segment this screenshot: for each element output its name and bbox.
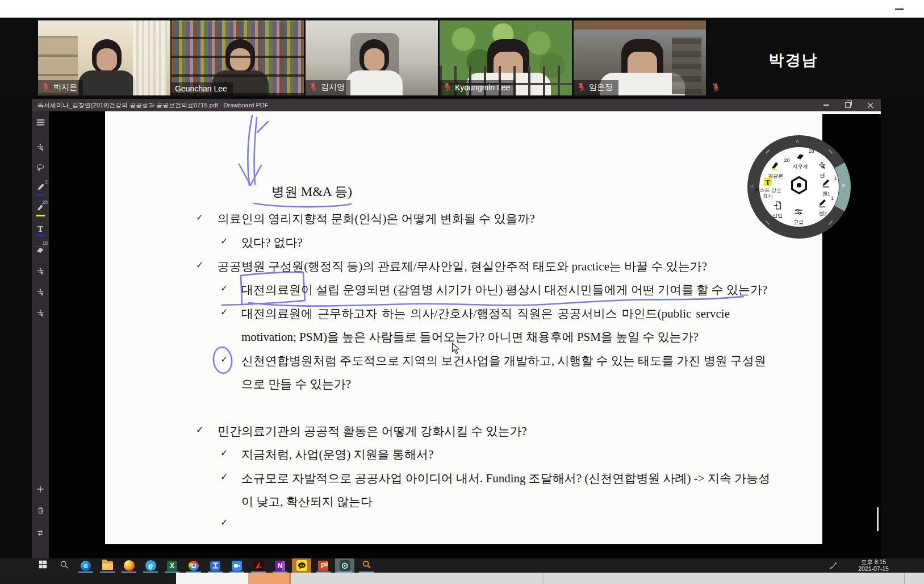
clock[interactable]: 오후 8:15 2021-07-15 [842, 559, 905, 572]
doc-heading: 병원 M&A 등) [271, 183, 352, 201]
radial-item-pan[interactable]: 팬 [818, 161, 827, 178]
highlighter-tool-icon[interactable]: 20 [32, 201, 49, 218]
bottom-band [248, 573, 291, 584]
participant-name: Kyoungmin Lee [455, 83, 510, 92]
text-highlight-icon: T [753, 177, 783, 187]
taskbar-chrome-icon[interactable] [184, 558, 203, 573]
text-highlight-glyph: T [764, 178, 772, 186]
silhouette-face [494, 52, 523, 84]
doc-line-text: 지금처럼, 사업(운영) 지원을 통해서? [241, 447, 433, 462]
ink-wavy-underline [249, 297, 743, 306]
radial-item-insert[interactable]: 삽입 [772, 201, 783, 219]
radial-item-advanced[interactable]: 고급 [793, 207, 804, 225]
windows-ink-pen-icon[interactable] [829, 561, 838, 572]
ink-heading-underline [254, 203, 351, 207]
taskbar-kakaotalk-icon[interactable]: TALK [292, 558, 311, 573]
bottom-band-divider [904, 573, 905, 584]
delete-icon[interactable] [32, 503, 49, 520]
eraser-icon: 18 [793, 152, 808, 163]
checkmark-bullet: ✓ [220, 448, 228, 458]
pan-tool-icon[interactable] [32, 306, 49, 323]
checkmark-bullet: ✓ [220, 517, 228, 528]
participant-video-tile[interactable]: Geunchan Lee [172, 20, 304, 95]
radial-center-hexagon-icon[interactable] [788, 174, 810, 198]
minimize-icon[interactable] [895, 9, 904, 10]
mic-muted-icon [712, 82, 720, 92]
taskbar-zoom-icon[interactable] [227, 558, 246, 573]
radial-item-pen[interactable]: 1펜2 [818, 199, 827, 216]
tool-count-badge: 1 [834, 176, 837, 181]
silhouette-face [364, 48, 384, 71]
pen-icon: 1 [822, 179, 831, 190]
taskbar-internet-explorer-icon[interactable]: e [141, 558, 160, 573]
tool-count-badge: 1 [831, 195, 834, 201]
mic-muted-icon [712, 82, 720, 94]
participant-video-tile[interactable]: 임은정 [574, 20, 706, 95]
doc-line: ✓의료인의 영리지향적 문화(인식)은 어떻게 변화될 수 있을까? [105, 211, 822, 227]
taskbar-search-icon[interactable] [55, 558, 74, 573]
radial-item-label: 텍스트 강조 표시 [753, 187, 783, 199]
text-tool-icon[interactable]: T [32, 222, 49, 239]
bottom-band-divider [542, 573, 543, 584]
checkmark-bullet: ✓ [220, 236, 228, 247]
close-icon [867, 102, 873, 109]
radial-item-pen[interactable]: 1펜1 [822, 179, 831, 197]
taskbar-acrobat-icon[interactable] [249, 558, 268, 573]
lasso-tool-icon[interactable] [32, 160, 49, 177]
menu-icon[interactable] [32, 115, 49, 132]
tool-count-badge: 20 [784, 157, 789, 163]
chevron-right-icon[interactable]: > [842, 182, 845, 188]
add-page-icon[interactable] [32, 482, 49, 499]
ink-arrow-stroke [248, 115, 252, 185]
close-button[interactable] [862, 99, 879, 111]
radial-item-eraser[interactable]: 18지우개 [793, 152, 808, 169]
checkmark-bullet: ✓ [220, 283, 228, 294]
pdf-page[interactable]: 병원 M&A 등) ✓의료인의 영리지향적 문화(인식)은 어떻게 변화될 수 … [105, 111, 822, 544]
pdf-window-titlebar[interactable]: 독서세미나_김창엽(2019)건강의 공공성과 공공보건의료0715.pdf -… [32, 99, 881, 111]
taskbar-edge-icon[interactable]: e [76, 558, 95, 573]
taskbar-drawboard-pdf-icon[interactable] [335, 558, 354, 573]
minimize-button[interactable] [818, 99, 835, 111]
participant-video-tile[interactable]: Kyoungmin Lee [440, 20, 572, 95]
pan-tool-icon[interactable] [32, 140, 49, 157]
taskbar-firefox-icon[interactable] [119, 558, 139, 573]
eraser-tool-icon[interactable]: 18 [32, 242, 49, 259]
swap-icon[interactable] [32, 525, 49, 543]
doc-line-text: 으로 만들 수 있는가? [241, 376, 351, 392]
taskbar-search-orange-icon[interactable] [357, 558, 376, 573]
pen-tool-icon[interactable]: 2 [32, 181, 49, 198]
taskbar-start-icon[interactable] [33, 558, 52, 573]
chevron-up-icon[interactable]: ∧ [795, 138, 800, 144]
checkmark-bullet: ✓ [196, 424, 203, 435]
mic-muted-icon [577, 82, 586, 91]
tool-color-underline [36, 215, 45, 216]
zoom-top-bar [0, 0, 924, 18]
participant-silhouette [345, 39, 404, 95]
mic-muted-icon [41, 82, 50, 91]
taskbar-file-explorer-icon[interactable] [98, 558, 117, 573]
pdf-window-title: 독서세미나_김창엽(2019)건강의 공공성과 공공보건의료0715.pdf -… [37, 101, 268, 110]
scrollbar-thumb[interactable] [877, 507, 879, 531]
checkmark-bullet: ✓ [220, 307, 228, 318]
pan-tool-icon[interactable] [32, 264, 49, 281]
participant-video-tile[interactable]: 김지영 [306, 20, 438, 95]
taskbar-hancom-hwp-icon[interactable] [206, 558, 225, 573]
pan-tool-icon[interactable] [32, 285, 49, 302]
taskbar-powerpoint-icon[interactable]: P [313, 558, 333, 573]
minimize-icon [823, 105, 829, 106]
ink-arrow-tick [257, 122, 268, 132]
radial-item-label: 펜2 [818, 211, 827, 216]
participant-video-tile[interactable]: 박지은 [38, 20, 170, 95]
doc-line-text: 민간의료기관의 공공적 활동은 어떻게 강화시킬 수 있는가? [218, 423, 527, 439]
taskbar-excel-icon[interactable]: X [162, 558, 182, 573]
taskbar-onenote-icon[interactable]: N [270, 558, 290, 573]
tool-color-underline [36, 235, 45, 236]
system-tray[interactable]: 오후 8:15 2021-07-15 [826, 558, 924, 573]
screen: 박지은Geunchan Lee김지영Kyoungmin Lee임은정박경남 독서… [0, 0, 924, 584]
doc-line: ✓소규모로 자발적으로 공공사업 아이디어 내서. Funding 조달해서? … [105, 470, 822, 486]
restore-button[interactable] [839, 99, 856, 111]
doc-line-text: 있다? 없다? [241, 235, 303, 251]
radial-item-text-highlight[interactable]: T텍스트 강조 표시 [753, 177, 783, 199]
advanced-icon [793, 207, 804, 219]
tool-color-underline [36, 194, 45, 196]
